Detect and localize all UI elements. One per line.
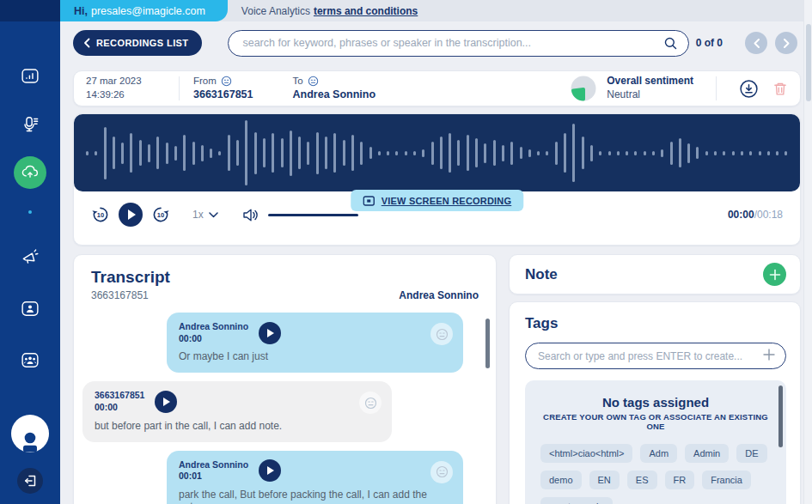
search-wrap xyxy=(228,30,689,57)
chevron-left-icon xyxy=(83,38,90,48)
note-title: Note xyxy=(525,266,558,283)
tag-chip[interactable]: demo xyxy=(540,471,582,489)
call-from: From 3663167851 xyxy=(193,76,253,101)
sidebar-item-team[interactable] xyxy=(21,350,40,370)
tag-chip[interactable]: FR xyxy=(665,471,695,489)
sidebar-item-logout[interactable] xyxy=(17,468,43,494)
message-play-button[interactable] xyxy=(155,391,177,413)
tag-chip[interactable]: great sample xyxy=(540,497,613,504)
tags-title: Tags xyxy=(525,315,786,332)
volume-control xyxy=(242,208,358,222)
svg-text:10: 10 xyxy=(157,211,164,219)
call-datetime: 27 mar 2023 14:39:26 xyxy=(86,75,165,101)
transcript-left-speaker: 3663167851 xyxy=(91,289,149,301)
transcript-message[interactable]: 3663167851 00:00 but before part in the … xyxy=(82,381,392,441)
sidebar xyxy=(0,0,60,504)
message-play-button[interactable] xyxy=(259,322,281,344)
rewind-10-button[interactable]: 10 xyxy=(91,205,110,224)
play-icon xyxy=(163,398,170,406)
waveform[interactable] xyxy=(74,114,800,191)
sentiment-gauge-icon xyxy=(569,74,598,103)
message-text: park the call, But before packing the ca… xyxy=(179,489,451,504)
divider xyxy=(716,76,717,100)
tag-chip[interactable]: DE xyxy=(736,444,766,463)
download-recording-button[interactable] xyxy=(739,79,759,99)
page-scrollbar[interactable] xyxy=(803,0,812,504)
current-time: 00:00 xyxy=(728,209,754,221)
topbar: Hi, presales@imagicle.com Voice Analytic… xyxy=(60,0,812,21)
message-text: but before part in the call, I can add n… xyxy=(95,420,380,432)
message-play-button[interactable] xyxy=(259,459,281,482)
add-note-button[interactable] xyxy=(763,263,786,286)
tags-card: Tags No tags assigned CREATE YOUR OWN TA… xyxy=(509,301,801,504)
overall-sentiment: Overall sentiment Neutral xyxy=(569,74,788,103)
tag-chip[interactable]: Admin xyxy=(685,444,729,463)
right-column: Note Tags xyxy=(509,254,801,504)
app-name: Voice Analytics xyxy=(241,5,310,17)
tag-chip[interactable]: Adm xyxy=(640,444,677,463)
app-title-bar: Voice Analytics terms and conditions xyxy=(228,0,418,21)
tag-chip[interactable]: Francia xyxy=(702,471,751,489)
plus-icon xyxy=(769,269,781,281)
previous-recording-button[interactable] xyxy=(745,32,767,54)
cloud-upload-icon xyxy=(21,163,40,182)
tag-chip[interactable]: EN xyxy=(589,471,620,489)
active-item-circle xyxy=(14,156,46,189)
page-scrollbar-thumb[interactable] xyxy=(806,24,811,101)
tags-search-wrap xyxy=(525,343,786,369)
neutral-face-icon xyxy=(436,328,449,341)
view-screen-recording-button[interactable]: VIEW SCREEN RECORDING xyxy=(351,190,524,211)
transcript-card: Transcript 3663167851 Andrea Sonnino And… xyxy=(73,254,497,504)
transcription-search-input[interactable] xyxy=(228,30,689,57)
playback-speed-dropdown[interactable]: 1x xyxy=(192,209,218,221)
microphone-icon xyxy=(21,115,40,135)
transcript-message[interactable]: Andrea Sonnino 00:00 Or maybe I can just xyxy=(167,313,463,373)
sidebar-top-strip xyxy=(0,0,60,21)
play-icon xyxy=(267,329,274,337)
sidebar-item-contact[interactable] xyxy=(21,299,40,319)
transcript-messages: Andrea Sonnino 00:00 Or maybe I can just… xyxy=(74,311,496,504)
audio-player-card: VIEW SCREEN RECORDING 10 xyxy=(73,113,801,246)
sidebar-item-announcements[interactable] xyxy=(21,246,40,266)
voice-analytics-app: Hi, presales@imagicle.com Voice Analytic… xyxy=(0,0,812,504)
neutral-face-icon xyxy=(436,465,449,478)
users-group-icon xyxy=(21,350,40,370)
speaker-icon[interactable] xyxy=(242,208,259,222)
terms-link[interactable]: terms and conditions xyxy=(314,5,418,17)
view-screen-recording-label: VIEW SCREEN RECORDING xyxy=(382,196,512,206)
play-button[interactable] xyxy=(119,203,143,227)
recordings-list-button[interactable]: RECORDINGS LIST xyxy=(73,30,202,56)
from-number: 3663167851 xyxy=(193,88,253,101)
speed-value: 1x xyxy=(192,209,204,221)
tags-search-input[interactable] xyxy=(525,343,786,369)
sidebar-item-recordings[interactable] xyxy=(21,115,40,135)
volume-slider[interactable] xyxy=(268,214,358,216)
search-icon[interactable] xyxy=(663,36,678,51)
message-sentiment-button[interactable] xyxy=(430,323,453,345)
message-speaker: 3663167851 xyxy=(95,390,144,402)
divider xyxy=(179,76,180,100)
tag-chip[interactable]: <html>ciao<html> xyxy=(540,444,632,463)
sidebar-item-analytics[interactable] xyxy=(21,66,40,86)
user-greeting-pill[interactable]: Hi, presales@imagicle.com xyxy=(60,0,228,21)
tags-scrollbar[interactable] xyxy=(778,386,783,447)
sidebar-item-upload-active[interactable] xyxy=(14,156,46,189)
dot-icon xyxy=(28,210,32,214)
message-speaker: Andrea Sonnino xyxy=(179,321,248,333)
tag-chip[interactable]: ES xyxy=(627,471,657,489)
message-sentiment-button[interactable] xyxy=(430,461,453,483)
message-speaker: Andrea Sonnino xyxy=(179,459,248,471)
sentiment-value: Neutral xyxy=(607,88,693,102)
forward-10-button[interactable]: 10 xyxy=(151,205,170,224)
pagination-controls xyxy=(745,32,797,54)
sidebar-user-avatar[interactable] xyxy=(10,414,50,453)
neutral-face-icon xyxy=(364,397,377,410)
delete-recording-button[interactable] xyxy=(772,81,788,97)
plus-icon[interactable] xyxy=(762,348,776,361)
content: RECORDINGS LIST 0 of 0 xyxy=(60,21,812,504)
transcript-message[interactable]: Andrea Sonnino 00:01 park the call, But … xyxy=(167,451,463,504)
message-time: 00:01 xyxy=(179,471,248,483)
result-count: 0 of 0 xyxy=(696,37,723,49)
transcript-scrollbar[interactable] xyxy=(485,319,490,368)
next-recording-button[interactable] xyxy=(775,32,797,54)
